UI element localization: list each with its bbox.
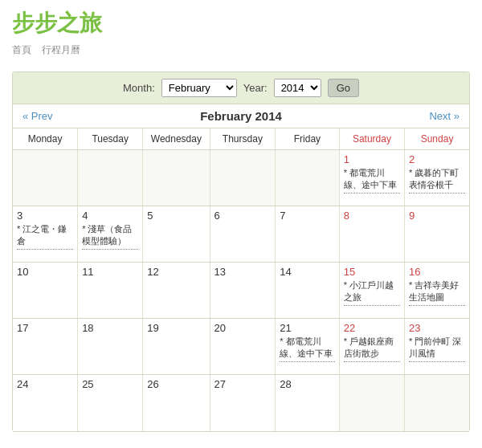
calendar-event[interactable]: 吉祥寺美好生活地圖 (409, 279, 465, 306)
weekday-header-saturday: Saturday (339, 128, 404, 150)
calendar-cell: 27 (210, 375, 276, 431)
weekday-header-tuesday: Tuesday (78, 128, 143, 150)
calendar-cell: 1都電荒川線、途中下車 (339, 150, 404, 206)
day-number: 20 (214, 322, 272, 334)
month-label: Month: (123, 82, 155, 94)
day-number: 27 (214, 378, 272, 390)
calendar-cell: 12 (143, 263, 210, 319)
calendar-cell: 28 (276, 375, 340, 431)
calendar-cell: 20 (210, 319, 276, 375)
weekday-header-monday: Monday (13, 128, 78, 150)
day-number: 1 (344, 153, 400, 165)
weekday-header-sunday: Sunday (405, 128, 469, 150)
calendar-cell: 3江之電・鎌倉 (13, 206, 78, 263)
prev-link[interactable]: « Prev (22, 110, 53, 122)
calendar-cell: 16吉祥寺美好生活地圖 (405, 263, 469, 319)
calendar-cell (143, 150, 210, 206)
calendar-cell: 14 (276, 263, 340, 319)
day-number: 16 (409, 266, 465, 278)
day-number: 26 (147, 378, 205, 390)
calendar-nav: « Prev February 2014 Next » (13, 104, 469, 128)
day-number: 11 (82, 266, 138, 278)
day-number: 7 (280, 210, 335, 222)
calendar-cell: 11 (78, 263, 143, 319)
calendar-event[interactable]: 小江戶川越之旅 (344, 279, 400, 306)
day-number: 24 (17, 378, 73, 390)
day-number: 4 (82, 210, 138, 222)
calendar-week-4: 2425262728 (13, 375, 469, 431)
calendar-container: Month: JanuaryFebruaryMarchAprilMayJuneJ… (12, 71, 470, 432)
calendar-cell: 9 (405, 206, 469, 263)
calendar-cell: 15小江戶川越之旅 (339, 263, 404, 319)
calendar-cell: 24 (13, 375, 78, 431)
calendar-event[interactable]: 門前仲町 深川風情 (409, 336, 465, 362)
breadcrumb-home[interactable]: 首頁 (12, 44, 31, 55)
day-number: 15 (344, 266, 400, 278)
weekday-header-friday: Friday (276, 128, 340, 150)
calendar-cell: 19 (143, 319, 210, 375)
calendar-cell: 2歲暮的下町表情谷根千 (405, 150, 469, 206)
day-number: 10 (17, 266, 73, 278)
calendar-cell: 18 (78, 319, 143, 375)
calendar-table: MondayTuesdayWednesdayThursdayFridaySatu… (13, 128, 469, 431)
calendar-cell (13, 150, 78, 206)
breadcrumb-current: 行程月曆 (42, 44, 80, 55)
day-number: 28 (280, 378, 335, 390)
calendar-controls: Month: JanuaryFebruaryMarchAprilMayJuneJ… (13, 72, 469, 104)
calendar-week-3: 1718192021都電荒川線、途中下車22戶越銀座商店街散步23門前仲町 深川… (13, 319, 469, 375)
calendar-cell (276, 150, 340, 206)
weekday-header-wednesday: Wednesday (143, 128, 210, 150)
day-number: 6 (214, 210, 272, 222)
calendar-week-2: 101112131415小江戶川越之旅16吉祥寺美好生活地圖 (13, 263, 469, 319)
day-number: 9 (409, 210, 465, 222)
calendar-week-1: 3江之電・鎌倉4淺草（食品模型體驗）56789 (13, 206, 469, 263)
site-title: 步步之旅 (12, 8, 470, 39)
day-number: 14 (280, 266, 335, 278)
calendar-event[interactable]: 都電荒川線、途中下車 (280, 336, 335, 362)
calendar-event[interactable]: 淺草（食品模型體驗） (82, 223, 138, 250)
day-number: 3 (17, 210, 73, 222)
day-number: 19 (147, 322, 205, 334)
calendar-cell: 25 (78, 375, 143, 431)
calendar-cell: 23門前仲町 深川風情 (405, 319, 469, 375)
day-number: 8 (344, 210, 400, 222)
calendar-cell: 21都電荒川線、途中下車 (276, 319, 340, 375)
year-select[interactable]: 20122013201420152016 (274, 79, 321, 97)
day-number: 2 (409, 153, 465, 165)
day-number: 22 (344, 322, 400, 334)
calendar-cell: 17 (13, 319, 78, 375)
calendar-cell: 8 (339, 206, 404, 263)
calendar-event[interactable]: 江之電・鎌倉 (17, 223, 73, 250)
calendar-cell: 10 (13, 263, 78, 319)
next-link[interactable]: Next » (429, 110, 460, 122)
calendar-event[interactable]: 歲暮的下町表情谷根千 (409, 167, 465, 193)
calendar-cell (339, 375, 404, 431)
calendar-cell: 5 (143, 206, 210, 263)
day-number: 5 (147, 210, 205, 222)
breadcrumb: 首頁 行程月曆 (12, 43, 470, 57)
day-number: 25 (82, 378, 138, 390)
calendar-cell: 13 (210, 263, 276, 319)
calendar-cell (210, 150, 276, 206)
day-number: 21 (280, 322, 335, 334)
day-number: 13 (214, 266, 272, 278)
year-label: Year: (243, 82, 268, 94)
calendar-cell: 4淺草（食品模型體驗） (78, 206, 143, 263)
calendar-title: February 2014 (200, 109, 282, 123)
day-number: 17 (17, 322, 73, 334)
month-select[interactable]: JanuaryFebruaryMarchAprilMayJuneJulyAugu… (161, 79, 237, 97)
weekday-header-thursday: Thursday (210, 128, 276, 150)
calendar-week-0: 1都電荒川線、途中下車2歲暮的下町表情谷根千 (13, 150, 469, 206)
calendar-cell: 22戶越銀座商店街散步 (339, 319, 404, 375)
calendar-event[interactable]: 戶越銀座商店街散步 (344, 336, 400, 362)
day-number: 12 (147, 266, 205, 278)
go-button[interactable]: Go (328, 79, 359, 97)
calendar-event[interactable]: 都電荒川線、途中下車 (344, 167, 400, 193)
calendar-cell: 26 (143, 375, 210, 431)
calendar-cell: 6 (210, 206, 276, 263)
day-number: 18 (82, 322, 138, 334)
calendar-cell: 7 (276, 206, 340, 263)
calendar-cell (405, 375, 469, 431)
calendar-cell (78, 150, 143, 206)
day-number: 23 (409, 322, 465, 334)
